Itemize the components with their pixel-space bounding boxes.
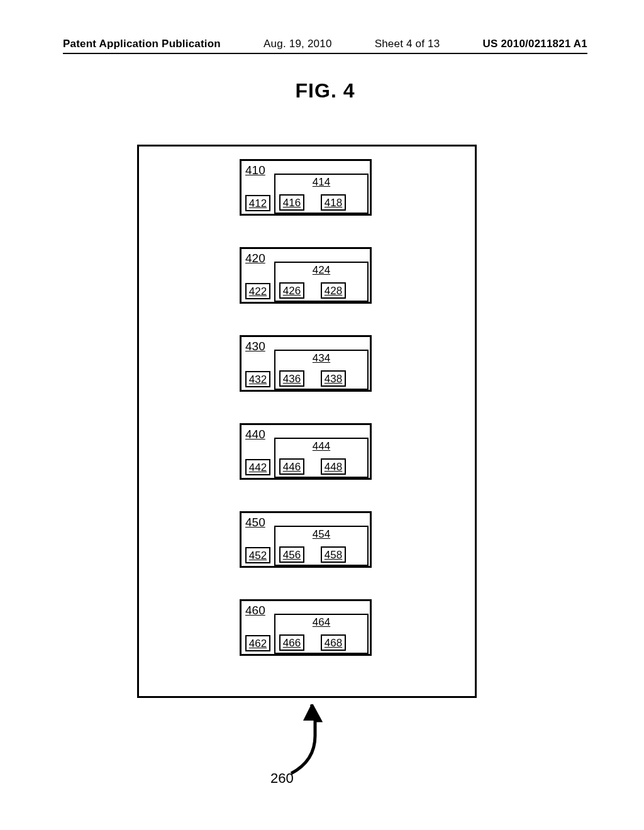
- block-sub-group: 464 466 468: [274, 614, 369, 654]
- block-sub-group: 424 426 428: [274, 262, 369, 302]
- block-group-a: 456: [279, 546, 304, 563]
- block-group-ref: 424: [275, 264, 367, 277]
- block-group-b: 428: [321, 282, 346, 299]
- diagram-block: 420 422 424 426 428: [240, 247, 372, 304]
- block-sub-group: 454 456 458: [274, 526, 369, 566]
- block-group-ref: 444: [275, 440, 367, 453]
- block-sub-a: 442: [245, 459, 270, 475]
- block-sub-a: 422: [245, 283, 270, 299]
- block-sub-group: 414 416 418: [274, 174, 369, 214]
- publication-date: Aug. 19, 2010: [264, 38, 331, 50]
- block-group-b: 458: [321, 546, 346, 563]
- block-ref: 430: [245, 340, 265, 353]
- block-ref: 460: [245, 604, 265, 617]
- block-sub-a: 412: [245, 195, 270, 211]
- publication-label: Patent Application Publication: [63, 38, 221, 50]
- block-sub-group: 434 436 438: [274, 350, 369, 390]
- diagram-block: 450 452 454 456 458: [240, 511, 372, 568]
- block-group-ref: 414: [275, 176, 367, 189]
- block-ref: 410: [245, 163, 265, 177]
- figure-title: FIG. 4: [63, 79, 587, 102]
- diagram-block: 460 462 464 466 468: [240, 599, 372, 656]
- block-ref: 450: [245, 516, 265, 529]
- block-group-a: 436: [279, 370, 304, 387]
- sheet-number: Sheet 4 of 13: [375, 38, 440, 50]
- block-group-a: 446: [279, 458, 304, 475]
- block-group-b: 468: [321, 634, 346, 651]
- block-group-a: 466: [279, 634, 304, 651]
- block-group-a: 416: [279, 194, 304, 211]
- block-group-ref: 464: [275, 616, 367, 629]
- block-group-b: 438: [321, 370, 346, 387]
- block-sub-a: 452: [245, 547, 270, 563]
- publication-number: US 2010/0211821 A1: [483, 38, 588, 50]
- block-sub-group: 444 446 448: [274, 438, 369, 478]
- diagram-block: 410 412 414 416 418: [240, 159, 372, 216]
- block-sub-a: 462: [245, 635, 270, 651]
- block-group-ref: 454: [275, 528, 367, 541]
- page-header: Patent Application Publication Aug. 19, …: [63, 38, 587, 54]
- diagram-block: 430 432 434 436 438: [240, 335, 372, 392]
- pointer-ref-number: 260: [270, 770, 294, 787]
- pointer-arrow-icon: [286, 704, 336, 780]
- block-sub-a: 432: [245, 371, 270, 387]
- block-group-b: 448: [321, 458, 346, 475]
- block-group-ref: 434: [275, 352, 367, 365]
- block-ref: 420: [245, 252, 265, 265]
- block-ref: 440: [245, 428, 265, 441]
- figure-outer-box: 410 412 414 416 418 420 422 424 426 428 …: [137, 145, 477, 698]
- diagram-block: 440 442 444 446 448: [240, 423, 372, 480]
- block-group-a: 426: [279, 282, 304, 299]
- block-group-b: 418: [321, 194, 346, 211]
